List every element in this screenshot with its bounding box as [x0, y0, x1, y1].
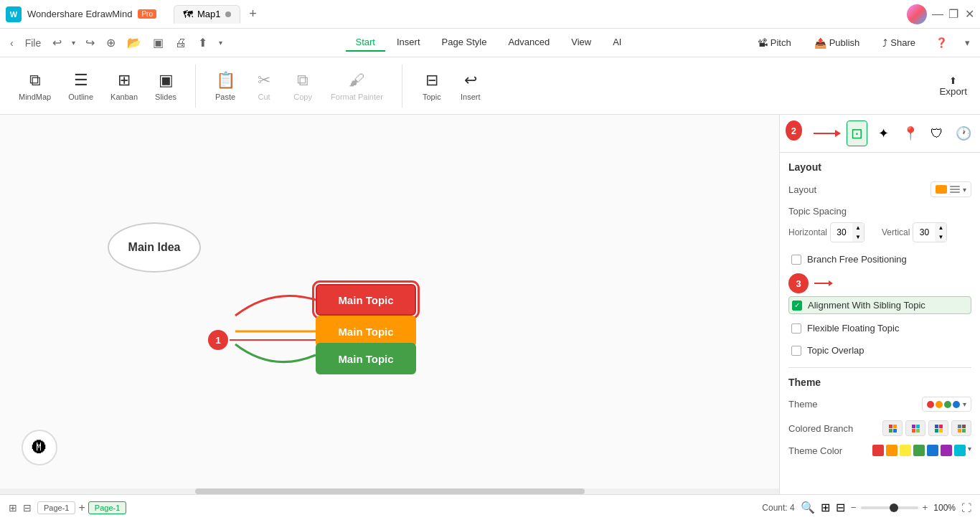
paste-button[interactable]: 📋 Paste — [207, 67, 243, 105]
horizontal-input[interactable]: 30 ▲ ▼ — [830, 222, 864, 242]
page-tag-active[interactable]: Page-1 — [88, 501, 126, 514]
branch-color-btn-2[interactable] — [905, 420, 925, 436]
status-icon-1[interactable]: 🔍 — [801, 501, 815, 514]
color-swatches[interactable]: ▾ — [872, 445, 971, 456]
fullscreen-button[interactable]: ⛶ — [961, 502, 971, 514]
new-button[interactable]: ⊕ — [102, 33, 120, 52]
swatch-green — [913, 445, 925, 456]
branch-color-btn-3[interactable] — [928, 420, 948, 436]
add-page-button[interactable]: + — [78, 501, 85, 514]
branch-free-checkbox[interactable] — [791, 255, 801, 265]
undo-dropdown[interactable]: ▾ — [67, 33, 80, 52]
theme-color-dots — [927, 401, 960, 408]
tab-ai[interactable]: AI — [603, 34, 631, 52]
branch-icon-2 — [912, 425, 920, 432]
tab-start[interactable]: Start — [346, 34, 385, 52]
topic-node-1[interactable]: Main Topic — [316, 284, 416, 316]
cut-button[interactable]: ✂ Cut — [246, 67, 282, 105]
tab-view[interactable]: View — [561, 34, 601, 52]
scroll-track[interactable] — [0, 488, 779, 494]
shield-panel-button[interactable]: 🛡 — [927, 120, 948, 146]
horizontal-down[interactable]: ▼ — [852, 232, 864, 242]
status-sidebar-btn[interactable]: ⊟ — [23, 502, 32, 514]
undo-button[interactable]: ↩ — [48, 33, 66, 52]
pitch-button[interactable]: 📽 Pitch — [750, 34, 798, 52]
add-tab-button[interactable]: + — [243, 4, 263, 24]
canvas-area[interactable]: Main Idea Main Topic Main Topic Main Top… — [0, 115, 779, 494]
outline-button[interactable]: ☰ Outline — [61, 67, 100, 105]
alignment-checkbox[interactable]: ✓ — [792, 301, 802, 311]
branch-color-btn-4[interactable] — [951, 420, 971, 436]
page-tag-1[interactable]: Page-1 — [37, 501, 75, 514]
topic-button[interactable]: ⊟ Topic — [414, 67, 450, 105]
insert-icon: ↩ — [464, 71, 477, 90]
open-button[interactable]: 📂 — [123, 33, 146, 52]
location-panel-button[interactable]: 📍 — [900, 120, 920, 146]
copy-button[interactable]: ⧉ Copy — [285, 67, 321, 105]
mindmap-button[interactable]: ⧉ MindMap — [11, 67, 58, 105]
branch-color-buttons — [882, 420, 971, 436]
minimize-button[interactable]: — — [933, 9, 943, 19]
file-menu[interactable]: File — [21, 34, 46, 52]
layout-panel-button[interactable]: ⊡ — [847, 120, 868, 146]
format-painter-button[interactable]: 🖌 Format Painter — [324, 67, 390, 105]
branch-color-btn-1[interactable] — [882, 420, 903, 436]
zoom-out-button[interactable]: − — [851, 502, 857, 513]
ai-panel-button[interactable]: ✦ — [873, 120, 894, 146]
share-button[interactable]: ⤴ Share — [875, 34, 923, 52]
vertical-label: Vertical — [882, 227, 910, 237]
swatch-blue — [927, 445, 938, 456]
scroll-thumb[interactable] — [195, 488, 585, 494]
flexible-floating-checkbox[interactable] — [791, 323, 801, 334]
vertical-up[interactable]: ▲ — [935, 223, 946, 232]
topic-overlap-checkbox[interactable] — [791, 346, 801, 356]
vertical-down[interactable]: ▼ — [935, 232, 946, 242]
back-button[interactable]: ‹ — [6, 34, 18, 52]
tab-advanced[interactable]: Advanced — [498, 34, 560, 52]
vertical-input[interactable]: 30 ▲ ▼ — [913, 222, 947, 242]
topic-node-3[interactable]: Main Topic — [316, 343, 416, 374]
restore-button[interactable]: ❐ — [948, 9, 958, 19]
map1-tab[interactable]: 🗺 Map1 — [174, 5, 240, 24]
theme-color-green — [944, 401, 951, 408]
main-content: Main Idea Main Topic Main Topic Main Top… — [0, 115, 980, 494]
export-button[interactable]: ⬆ Export — [932, 71, 974, 101]
kanban-button[interactable]: ⊞ Kanban — [103, 67, 145, 105]
zoom-in-button[interactable]: + — [923, 502, 928, 513]
horizontal-value: 30 — [831, 226, 852, 239]
close-button[interactable]: ✕ — [964, 9, 974, 19]
status-icon-2[interactable]: ⊞ — [821, 501, 830, 514]
status-layout-btn[interactable]: ⊞ — [9, 502, 17, 514]
template-button[interactable]: ▣ — [149, 33, 168, 52]
main-idea-node[interactable]: Main Idea — [108, 222, 201, 273]
slides-button[interactable]: ▣ Slides — [148, 67, 184, 105]
branch-free-row: Branch Free Positioning — [788, 251, 971, 268]
zoom-slider[interactable] — [861, 506, 918, 509]
layout-chevron: ▾ — [963, 186, 966, 194]
export-btn2[interactable]: ⬆ — [194, 33, 212, 52]
theme-color-label: Theme Color — [788, 445, 872, 456]
layout-select[interactable]: ▾ — [930, 181, 971, 197]
share-dropdown[interactable]: ▾ — [215, 36, 227, 49]
print-button[interactable]: 🖨 — [171, 34, 191, 52]
copy-icon: ⧉ — [297, 71, 308, 90]
list-line-2 — [950, 189, 960, 190]
alignment-label: Alignment With Sibling Topic — [808, 300, 925, 311]
pro-badge: Pro — [138, 9, 156, 19]
status-icon-3[interactable]: ⊟ — [836, 501, 845, 514]
theme-select[interactable]: ▾ — [922, 397, 971, 412]
settings-dropdown[interactable]: ▾ — [961, 34, 974, 51]
theme-color-orange — [936, 401, 943, 408]
help-button[interactable]: ❓ — [931, 34, 952, 51]
tab-page-style[interactable]: Page Style — [432, 34, 497, 52]
insert-button[interactable]: ↩ Insert — [453, 67, 489, 105]
topic-overlap-label: Topic Overlap — [807, 345, 864, 356]
clock-panel-button[interactable]: 🕐 — [953, 120, 974, 146]
tab-dot — [225, 11, 231, 17]
horizontal-up[interactable]: ▲ — [852, 223, 864, 232]
redo-button[interactable]: ↪ — [81, 33, 99, 52]
publish-button[interactable]: 📤 Publish — [807, 34, 867, 52]
list-line-1 — [950, 186, 960, 187]
tab-insert[interactable]: Insert — [387, 34, 430, 52]
zoom-slider-container: − + — [851, 502, 928, 513]
